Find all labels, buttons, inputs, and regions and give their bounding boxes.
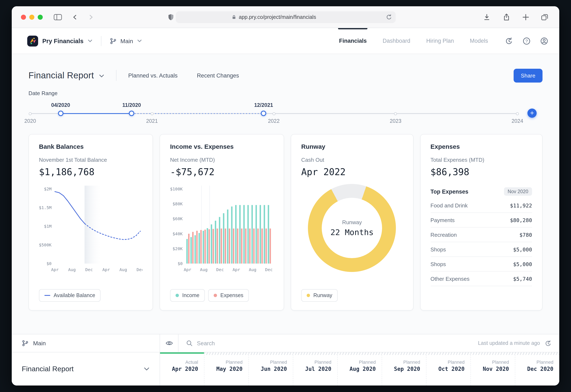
card-title: Expenses [430,143,532,150]
report-row-header[interactable]: Financial Report [12,352,160,386]
summary-cards: Bank Balances November 1st Total Balance… [29,134,542,310]
workspace-switcher[interactable]: Pry Financials [27,35,93,46]
traffic-light-zoom[interactable] [38,15,43,19]
page-body: Financial Report Planned vs. Actuals Rec… [12,54,559,334]
tab-planned-vs-actuals[interactable]: Planned vs. Actuals [128,72,178,79]
income-expenses-chart: $100K$80K$60K$40K$20K$0AprAugDecAprAugDe… [170,181,273,276]
svg-text:Aug: Aug [68,267,76,272]
header-icons: ? [505,37,548,45]
bottom-branch-name: Main [33,340,46,347]
page-header: Financial Report Planned vs. Actuals Rec… [12,54,559,84]
help-button[interactable]: ? [522,37,531,45]
year-tick [29,112,32,115]
column-strip [338,352,382,355]
column-header-sep-2020[interactable]: PlannedSep 2020 [382,352,426,386]
date-range-handle[interactable] [129,111,134,116]
donut-center-value: 22 Months [330,228,374,237]
date-range-track[interactable]: 2020202120222023202404/202011/202012/202… [30,113,517,114]
new-tab-button[interactable] [522,13,529,21]
tabs-overview-button[interactable] [541,13,548,21]
history-button[interactable] [505,37,513,45]
forward-button[interactable] [88,14,94,20]
nav-tab-financials[interactable]: Financials [339,28,367,54]
expense-value: $5,740 [513,276,532,282]
branch-selector[interactable]: Main [110,38,142,44]
expense-value: $11,922 [510,202,532,208]
add-date-range-button[interactable]: + [528,109,537,118]
svg-text:$40K: $40K [172,231,183,236]
column-type: Actual [185,360,198,364]
downloads-button[interactable] [483,13,491,21]
branch-icon [110,38,117,44]
column-strip [160,352,204,355]
history-icon[interactable] [545,340,552,347]
column-header-apr-2020[interactable]: ActualApr 2020 [160,352,204,386]
date-range-handle[interactable] [58,111,63,116]
column-type: Planned [536,360,553,364]
nav-tab-dashboard[interactable]: Dashboard [383,28,410,54]
share-button[interactable]: Share [514,69,542,82]
visibility-toggle[interactable] [160,334,178,352]
nav-tab-hiring-plan[interactable]: Hiring Plan [426,28,454,54]
column-strip [427,352,471,355]
legend-income[interactable]: Income [170,289,205,302]
expense-value: $5,000 [513,261,532,267]
svg-text:Apr: Apr [102,267,110,272]
legend-available-balance[interactable]: Available Balance [39,289,100,302]
column-header-jun-2020[interactable]: PlannedJun 2020 [248,352,293,386]
bank-balances-card: Bank Balances November 1st Total Balance… [29,134,153,310]
privacy-shield-icon[interactable] [168,14,174,21]
svg-text:$2M: $2M [44,187,52,191]
column-type: Planned [314,360,331,364]
svg-text:Dec: Dec [137,267,143,272]
column-header-may-2020[interactable]: PlannedMay 2020 [204,352,248,386]
dot-swatch-icon [307,294,310,297]
year-label: 2023 [390,118,401,124]
legend-expenses[interactable]: Expenses [208,289,249,302]
bottom-branch-selector[interactable]: Main [12,334,160,352]
expense-row: Food and Drink$11,922 [430,198,532,213]
branch-icon [22,340,29,347]
nav-tab-models[interactable]: Models [470,28,488,54]
reload-button[interactable] [386,14,392,20]
model-toolbar: Main Last updated a minute ago [12,334,559,352]
traffic-light-minimize[interactable] [29,15,34,19]
chevron-down-icon[interactable] [99,74,104,78]
column-header-aug-2020[interactable]: PlannedAug 2020 [337,352,382,386]
legend-runway[interactable]: Runway [301,289,338,302]
top-expenses-title: Top Expenses [430,188,468,195]
column-header-nov-2020[interactable]: PlannedNov 2020 [471,352,515,386]
tab-recent-changes[interactable]: Recent Changes [197,72,239,79]
browser-share-button[interactable] [502,13,511,21]
date-range-handle[interactable] [261,111,266,116]
card-subtitle: Cash Out [301,157,403,163]
donut-center-label: Runway [342,219,362,225]
traffic-lights [12,15,43,19]
column-month: Jun 2020 [261,366,287,372]
last-updated-area: Last updated a minute ago [478,334,559,352]
expense-row: Payments$80,280 [430,213,532,228]
search-input[interactable] [197,340,323,346]
column-header-jul-2020[interactable]: PlannedJul 2020 [293,352,337,386]
expense-value: $780 [519,232,532,238]
svg-text:$500K: $500K [39,242,52,247]
expense-label: Other Expenses [430,276,470,282]
account-button[interactable] [540,37,548,45]
url-input[interactable] [239,14,339,20]
svg-text:Aug: Aug [249,267,256,272]
traffic-light-close[interactable] [21,15,26,19]
column-month: Sep 2020 [394,366,420,372]
sidebar-toggle-button[interactable] [54,14,62,20]
chevron-down-icon[interactable] [144,367,150,371]
back-button[interactable] [72,14,78,20]
period-badge: Nov 2020 [504,187,532,196]
main-nav: FinancialsDashboardHiring PlanModels [339,28,488,54]
range-segment-solid [60,113,131,114]
dot-swatch-icon [214,294,217,297]
column-header-oct-2020[interactable]: PlannedOct 2020 [426,352,471,386]
runway-donut-center: Runway 22 Months [322,198,382,258]
column-header-dec-2020[interactable]: PlannedDec 2020 [515,352,559,386]
nav-tab-label: Financials [339,38,367,44]
url-bar[interactable] [175,11,396,23]
column-month: Dec 2020 [527,366,553,372]
